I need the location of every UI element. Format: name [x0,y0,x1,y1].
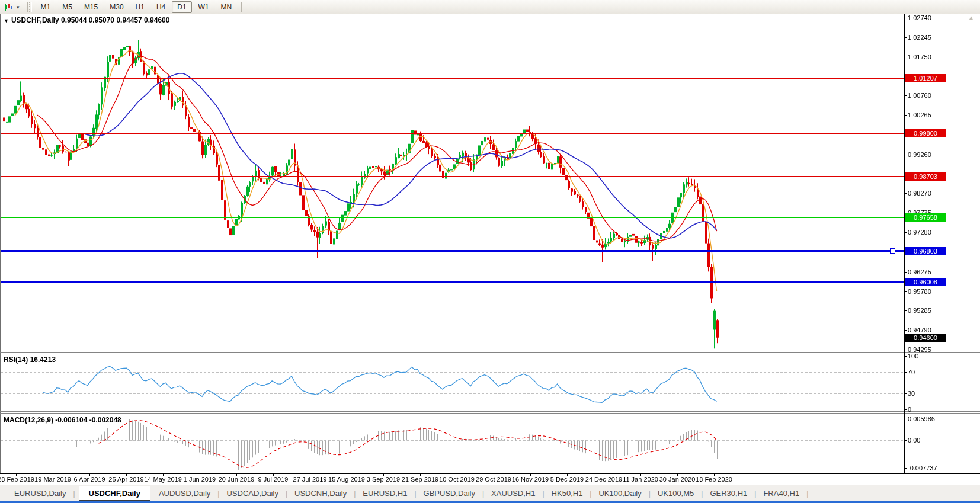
date-label: 19 Mar 2019 [34,476,71,483]
timeframe-button-h1[interactable]: H1 [130,1,150,13]
tab-separator: | [590,489,591,498]
price-tick-label: 0.95780 [908,288,931,295]
date-label: 9 Jul 2019 [258,476,289,483]
tab-separator: | [414,489,416,498]
tab-item-fra40-h1[interactable]: FRA40,H1 [757,487,805,499]
chevron-down-icon[interactable]: ▾ [14,3,22,11]
date-label: 10 Oct 2019 [439,476,475,483]
level-line-0.96803[interactable] [1,250,904,252]
level-line-0.99800[interactable] [1,133,904,134]
timeframe-button-w1[interactable]: W1 [193,1,214,13]
current-price-tag: 0.94600 [905,334,946,342]
price-tick-label: 0.94790 [908,326,931,334]
level-line-0.96008[interactable] [1,281,904,283]
toolbar-separator [241,2,242,12]
level-line-0.97658[interactable] [1,217,904,218]
price-tick-label: 0.99260 [908,151,931,158]
date-label: 11 Jan 2020 [623,476,658,483]
date-label: 30 Jan 2020 [659,476,696,483]
timeframe-button-m5[interactable]: M5 [57,1,78,13]
chart-symbol-title: USDCHF,Daily [11,16,59,24]
macd-indicator-label: MACD(12,26,9) -0.006104 -0.002048 [4,416,121,424]
timeframe-button-m1[interactable]: M1 [36,1,56,13]
timeframe-button-m15[interactable]: M15 [79,1,103,13]
date-label: 5 Dec 2019 [550,476,584,483]
timeframe-button-m30[interactable]: M30 [104,1,129,13]
tab-item-usdchf-daily[interactable]: USDCHF,Daily [79,486,150,501]
tab-separator: | [754,489,756,498]
tab-separator: | [701,489,703,498]
tab-separator: | [482,489,484,498]
date-label: 21 Sep 2019 [402,476,438,483]
timeframe-button-d1[interactable]: D1 [172,1,191,13]
timeframe-button-h4[interactable]: H4 [151,1,171,13]
date-label: 29 Oct 2019 [476,476,511,483]
date-label: 1 Jun 2019 [184,476,216,483]
chart-tab-bar: EURUSD,Daily|USDCHF,DailyAUDUSD,Daily|US… [0,485,980,501]
level-line-1.01207[interactable] [1,78,904,79]
chart-ohlc-values: 0.95044 0.95070 0.94457 0.94600 [61,16,170,24]
macd-tick-label: -0.007737 [908,464,937,472]
tab-item-usdcnh-daily[interactable]: USDCNH,Daily [289,487,353,499]
price-tag-0.96803: 0.96803 [905,247,946,255]
tab-separator: | [542,489,544,498]
tab-item-xauusd-h1[interactable]: XAUUSD,H1 [485,487,541,499]
date-label: 24 Dec 2019 [585,476,622,483]
price-tick-label: 1.01750 [908,53,931,60]
price-tag-0.98703: 0.98703 [905,172,946,181]
tab-separator: | [354,489,356,498]
date-label: 27 Jul 2019 [293,476,327,483]
tab-item-gbpusd-daily[interactable]: GBPUSD,Daily [418,487,481,499]
price-tag-0.96008: 0.96008 [905,278,946,286]
rsi-indicator-label: RSI(14) 16.4213 [4,355,56,364]
chart-periods-icon[interactable] [2,2,14,12]
chart-collapse-icon[interactable]: ▼ [4,18,9,24]
date-label: 25 Apr 2019 [108,476,143,483]
price-tick-label: 1.00760 [908,92,931,99]
price-tick-label: 0.98270 [908,190,931,197]
tab-separator: | [217,489,219,498]
scroll-up-icon[interactable]: ▲ [968,14,974,21]
date-label: 14 May 2019 [144,476,182,483]
date-label: 28 Feb 2019 [0,476,34,483]
date-label: 18 Feb 2020 [696,476,732,483]
tab-separator: | [649,489,651,498]
date-label: 16 Nov 2019 [512,476,549,483]
timeframe-toolbar: ▾ M1M5M15M30H1H4D1W1MN [0,0,980,14]
date-label: 20 Jun 2019 [219,476,255,483]
tab-item-hk50-h1[interactable]: HK50,H1 [546,487,589,499]
timeframe-button-mn[interactable]: MN [216,1,238,13]
tab-separator: | [806,489,808,498]
macd-tick-label: 0.00 [908,437,920,444]
macd-tick-label: 0.005986 [908,415,935,422]
price-tag-0.99800: 0.99800 [905,129,946,137]
timeframe-buttons: M1M5M15M30H1H4D1W1MN [35,1,238,13]
tab-item-ger30-h1[interactable]: GER30,H1 [704,487,753,499]
tab-item-uk100-daily[interactable]: UK100,Daily [593,487,647,499]
price-tick-label: 0.97280 [908,229,931,236]
level-handle[interactable] [890,248,895,254]
date-label: 6 Apr 2019 [73,476,105,483]
rsi-tick-label: 70 [908,369,915,376]
rsi-tick-label: 0 [908,406,911,413]
rsi-tick-label: 100 [908,353,918,360]
rsi-tick-label: 30 [908,390,915,397]
price-tick-label: 1.02740 [908,14,931,21]
tab-item-eurusd-daily[interactable]: EURUSD,Daily [8,487,72,499]
price-tag-1.01207: 1.01207 [905,74,946,82]
chart-title: ▼USDCHF,Daily 0.95044 0.95070 0.94457 0.… [4,16,169,24]
price-tick-label: 1.00265 [908,111,931,118]
date-label: 3 Sep 2019 [367,476,400,483]
price-tick-label: 0.96275 [908,268,931,275]
date-label: 15 Aug 2019 [328,476,365,483]
tab-item-uk100-m5[interactable]: UK100,M5 [652,487,700,499]
tab-item-audusd-daily[interactable]: AUDUSD,Daily [153,487,216,499]
level-line-0.98703[interactable] [1,176,904,177]
mt4-window: ▾ M1M5M15M30H1H4D1W1MN ▼USDCHF,Daily 0.9… [0,0,980,503]
tab-separator: | [286,489,287,498]
tab-item-eurusd-h1[interactable]: EURUSD,H1 [357,487,413,499]
tab-item-usdcad-daily[interactable]: USDCAD,Daily [220,487,284,499]
tab-separator: | [73,489,75,498]
price-tag-0.97658: 0.97658 [905,213,946,222]
candlestick-icon [4,3,13,11]
